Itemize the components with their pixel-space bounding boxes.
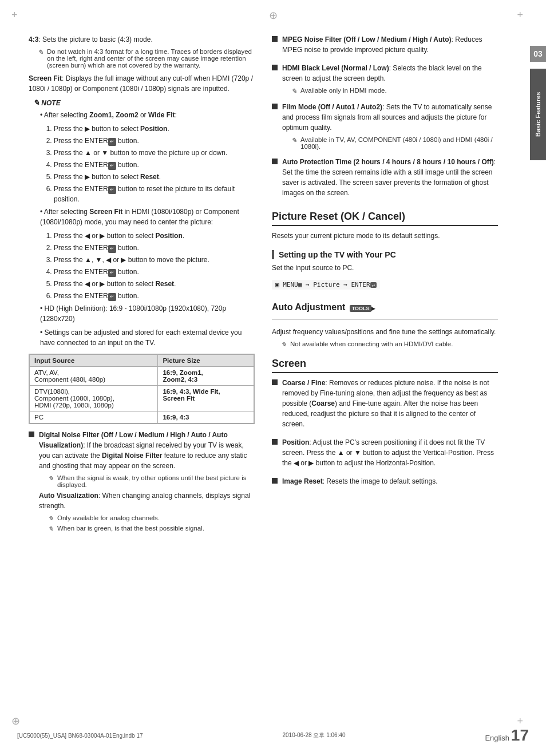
hdmi-black-content: HDMI Black Level (Normal / Low): Selects… <box>282 63 498 97</box>
pencil-icon-dnf1: ✎ <box>48 474 54 482</box>
film-mode-section: Film Mode (Off / Auto1 / Auto2): Sets th… <box>272 102 498 152</box>
screen-title: Screen <box>272 358 306 369</box>
table-row: ATV, AV,Component (480i, 480p) 16:9, Zoo… <box>30 367 254 386</box>
screenfit-note-item: • After selecting Screen Fit in HDMI (10… <box>40 207 255 301</box>
bullet-sq-dnf <box>29 432 34 437</box>
coarse-fine-content: Coarse / Fine: Removes or reduces pictur… <box>282 378 498 433</box>
row1-source: ATV, AV,Component (480i, 480p) <box>30 367 158 386</box>
footer-page-number: 17 <box>511 726 529 744</box>
hd-note-item: • HD (High Definition): 16:9 - 1080i/108… <box>40 303 255 324</box>
note-section: ✎ NOTE • After selecting Zoom1, Zoom2 or… <box>33 98 255 348</box>
right-column: MPEG Noise Filter (Off / Low / Medium / … <box>272 34 498 699</box>
para-screen-fit: Screen Fit: Displays the full image with… <box>29 73 255 94</box>
row3-source: PC <box>30 411 158 423</box>
table-header-row: Input Source Picture Size <box>30 355 254 367</box>
page: ⊕ + + ⊕ + 03 Basic Features 4:3: Sets th… <box>0 0 546 756</box>
text-screen-fit: : Displays the full image without any cu… <box>29 74 253 93</box>
footer-english-label: English <box>485 734 509 742</box>
enter-icon-menu: ↵ <box>370 282 377 288</box>
auto-adj-note: ✎ Not available when connecting with an … <box>281 341 498 349</box>
mpeg-noise-content: MPEG Noise Filter (Off / Low / Medium / … <box>282 34 498 58</box>
coarse-fine-section: Coarse / Fine: Removes or reduces pictur… <box>272 378 498 433</box>
position-content: Position: Adjust the PC's screen positio… <box>282 437 498 472</box>
film-mode-para: Film Mode (Off / Auto1 / Auto2): Sets th… <box>282 102 498 133</box>
zoom-step-2: Press the ENTER↵ button. <box>54 136 255 146</box>
pencil-icon-43: ✎ <box>38 48 43 56</box>
sf-step-1: Press the ◀ or ▶ button to select Positi… <box>54 231 255 241</box>
crosshair-bottom-left: ⊕ <box>11 715 20 727</box>
screenfit-steps: Press the ◀ or ▶ button to select Positi… <box>54 231 255 301</box>
auto-adjustment-section: Auto Adjustment TOOLS▶ <box>272 302 498 312</box>
auto-protection-section: Auto Protection Time (2 hours / 4 hours … <box>272 157 498 201</box>
zoom-step-6: Press the ENTER↵ button to reset the pic… <box>54 184 255 204</box>
note-icon: ✎ <box>33 98 39 107</box>
sf-step-3: Press the ▲, ▼, ◀ or ▶ button to move th… <box>54 255 255 265</box>
auto-protection-para: Auto Protection Time (2 hours / 4 hours … <box>282 157 498 198</box>
zoom-step-1: Press the ▶ button to select Position. <box>54 124 255 134</box>
menu-icon-m: ▦ <box>298 281 302 288</box>
picture-size-table: Input Source Picture Size ATV, AV,Compon… <box>29 354 255 424</box>
divider-auto-adj <box>272 319 498 320</box>
film-note-text: Available in TV, AV, COMPONENT (480i / 1… <box>300 136 498 150</box>
auto-adj-note-text: Not available when connecting with an HD… <box>290 341 453 347</box>
position-para: Position: Adjust the PC's screen positio… <box>282 437 498 468</box>
dnf-note2-text: Only available for analog channels. <box>57 514 160 521</box>
tools-icon: ▶ <box>371 306 375 311</box>
film-note: ✎ Available in TV, AV, COMPONENT (480i /… <box>291 136 498 150</box>
footer-date-info: 2010-06-28 오후 1:06:40 <box>282 731 345 739</box>
label-screen-fit: Screen Fit <box>29 74 62 82</box>
image-reset-section: Image Reset: Resets the image to default… <box>272 476 498 490</box>
row2-source: DTV(1080i),Component (1080i, 1080p),HDMI… <box>30 386 158 411</box>
bullet-sq-cf <box>272 379 278 385</box>
hd-note-text: • HD (High Definition): 16:9 - 1080i/108… <box>40 303 255 324</box>
zoom-step-5: Press the ▶ button to select Reset. <box>54 172 255 182</box>
zoom-note-item: • After selecting Zoom1, Zoom2 or Wide F… <box>40 110 255 204</box>
table: Input Source Picture Size ATV, AV,Compon… <box>29 354 254 423</box>
settings-note-item: • Settings can be adjusted and stored fo… <box>40 327 255 348</box>
auto-adjustment-text: Adjust frequency values/positions and fi… <box>272 327 498 337</box>
pencil-icon-film: ✎ <box>291 136 297 144</box>
picture-reset-text: Resets your current picture mode to its … <box>272 231 498 241</box>
row2-size: 16:9, 4:3, Wide Fit,Screen Fit <box>158 386 254 411</box>
chapter-label: Basic Features <box>530 69 546 160</box>
text-43: : Sets the picture to basic (4:3) mode. <box>38 35 152 43</box>
footer-file-info: [UC5000(55)_USA] BN68-03004A-01Eng.indb … <box>17 733 143 739</box>
table-row: DTV(1080i),Component (1080i, 1080p),HDMI… <box>30 386 254 411</box>
dnf-note1: ✎ When the signal is weak, try other opt… <box>48 474 255 488</box>
film-mode-content: Film Mode (Off / Auto1 / Auto2): Sets th… <box>282 102 498 152</box>
dnf-note3-text: When bar is green, is that the best poss… <box>57 525 204 532</box>
page-footer: [UC5000(55)_USA] BN68-03004A-01Eng.indb … <box>0 726 546 745</box>
bullet-sq-film <box>272 104 278 109</box>
bullet-sq-pos <box>272 439 278 445</box>
zoom-steps: Press the ▶ button to select Position. P… <box>54 124 255 204</box>
crosshair-top-center: ⊕ <box>269 9 278 22</box>
digital-noise-section: Digital Noise Filter (Off / Low / Medium… <box>29 430 255 535</box>
row3-size: 16:9, 4:3 <box>158 411 254 423</box>
crosshair-top-right: + <box>517 9 523 21</box>
left-column: 4:3: Sets the picture to basic (4:3) mod… <box>29 34 255 699</box>
bullet-sq-hdmi <box>272 65 278 70</box>
picture-reset-title: Picture Reset (OK / Cancel) <box>272 211 405 222</box>
row1-size: 16:9, Zoom1,Zoom2, 4:3 <box>158 367 254 386</box>
coarse-fine-para: Coarse / Fine: Removes or reduces pictur… <box>282 378 498 429</box>
note-43-text: Do not watch in 4:3 format for a long ti… <box>47 48 255 69</box>
sf-step-2: Press the ENTER↵ button. <box>54 243 255 253</box>
digital-noise-content: Digital Noise Filter (Off / Low / Medium… <box>39 430 255 535</box>
auto-adjustment-heading: Auto Adjustment <box>272 302 345 314</box>
dnf-note1-text: When the signal is weak, try other optio… <box>57 474 255 488</box>
pencil-icon-dnf2: ✎ <box>48 514 54 523</box>
screen-heading: Screen <box>272 358 498 373</box>
table-row: PC 16:9, 4:3 <box>30 411 254 423</box>
tools-badge: TOOLS <box>350 305 372 312</box>
position-section: Position: Adjust the PC's screen positio… <box>272 437 498 472</box>
bullet-sq-mpeg <box>272 36 278 42</box>
hdmi-note-text: Available only in HDMI mode. <box>300 87 387 94</box>
setting-up-tv-heading: Setting up the TV with Your PC <box>272 250 498 259</box>
crosshair-bottom-right: + <box>517 715 523 727</box>
chapter-number: 03 <box>530 46 546 62</box>
mpeg-noise-para: MPEG Noise Filter (Off / Low / Medium / … <box>282 34 498 55</box>
setting-up-tv-text: Set the input source to PC. <box>272 263 498 273</box>
hdmi-note: ✎ Available only in HDMI mode. <box>291 87 498 95</box>
hdmi-black-para: HDMI Black Level (Normal / Low): Selects… <box>282 63 498 84</box>
auto-protection-content: Auto Protection Time (2 hours / 4 hours … <box>282 157 498 201</box>
